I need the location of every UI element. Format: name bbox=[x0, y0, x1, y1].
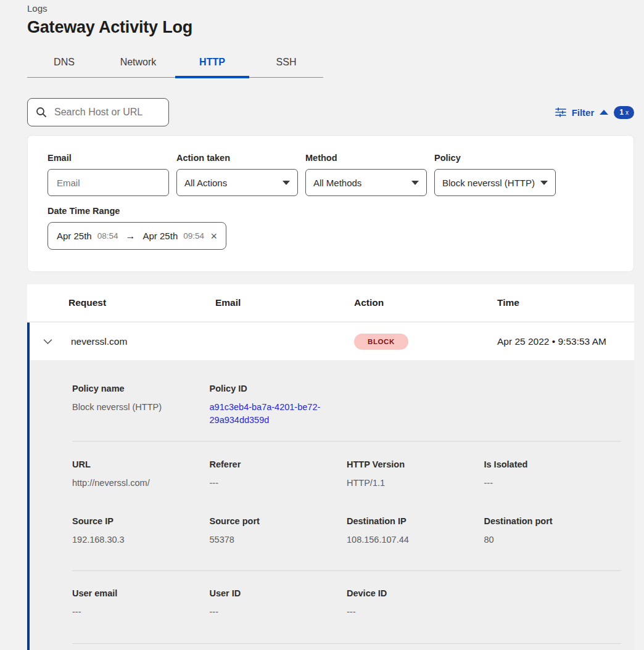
end-time[interactable]: 09:54 bbox=[183, 231, 204, 241]
is-isolated-item: Is Isolated --- bbox=[484, 459, 622, 490]
status-badge: BLOCK bbox=[354, 334, 408, 350]
request-section-row2: Source IP 192.168.30.3 Source port 55378… bbox=[72, 516, 621, 546]
chevron-down-icon bbox=[540, 181, 548, 185]
chevron-down-icon bbox=[43, 339, 52, 345]
column-header-action: Action bbox=[354, 297, 497, 308]
is-isolated-label: Is Isolated bbox=[484, 459, 622, 469]
row-details-panel: Policy name Block neverssl (HTTP) Policy… bbox=[27, 360, 634, 650]
http-version-value: HTTP/1.1 bbox=[347, 477, 484, 490]
destination-ip-item: Destination IP 108.156.107.44 bbox=[347, 516, 484, 546]
destination-port-value: 80 bbox=[484, 533, 622, 546]
chevron-up-icon[interactable] bbox=[600, 110, 608, 115]
search-filter-row: Filter 1x bbox=[27, 98, 634, 126]
tab-network[interactable]: Network bbox=[101, 50, 175, 77]
source-port-label: Source port bbox=[210, 516, 347, 526]
row-expander[interactable] bbox=[43, 339, 68, 345]
policy-id-link[interactable]: a91c3eb4-ba7a-4201-be72-29a934dd359d bbox=[210, 401, 347, 427]
table-row[interactable]: neverssl.com BLOCK Apr 25 2022 • 9:53:53… bbox=[27, 323, 634, 360]
table-header-row: Request Email Action Time bbox=[27, 284, 634, 323]
method-field: Method All Methods bbox=[305, 153, 427, 196]
search-box[interactable] bbox=[27, 98, 169, 126]
method-select[interactable]: All Methods bbox=[305, 169, 427, 196]
action-taken-field: Action taken All Actions bbox=[176, 153, 298, 196]
date-range-clear-icon[interactable]: × bbox=[210, 231, 217, 242]
method-value: All Methods bbox=[313, 178, 361, 188]
source-ip-value: 192.168.30.3 bbox=[72, 533, 210, 546]
filter-clear-x-icon[interactable]: x bbox=[625, 109, 629, 116]
http-version-item: HTTP Version HTTP/1.1 bbox=[347, 459, 484, 490]
start-time[interactable]: 08:54 bbox=[97, 231, 118, 241]
row-time: Apr 25 2022 • 9:53:53 AM bbox=[497, 336, 634, 347]
device-id-label: Device ID bbox=[347, 588, 484, 598]
policy-select[interactable]: Block neverssl (HTTP) bbox=[434, 169, 556, 196]
source-ip-label: Source IP bbox=[72, 516, 210, 526]
filter-count: 1 bbox=[619, 108, 624, 117]
request-section-row1: URL http://neverssl.com/ Referer --- HTT… bbox=[72, 459, 621, 490]
action-taken-label: Action taken bbox=[176, 153, 298, 163]
page-content: Logs Gateway Activity Log DNS Network HT… bbox=[27, 0, 634, 650]
filter-panel: Email Action taken All Actions Method Al… bbox=[27, 135, 634, 272]
source-port-value: 55378 bbox=[210, 533, 347, 546]
search-input[interactable] bbox=[53, 106, 160, 118]
device-id-value: --- bbox=[347, 606, 484, 619]
tab-bar: DNS Network HTTP SSH bbox=[27, 50, 323, 78]
device-id-item: Device ID --- bbox=[347, 588, 484, 619]
is-isolated-value: --- bbox=[484, 477, 622, 490]
chevron-down-icon bbox=[283, 181, 290, 185]
action-taken-select[interactable]: All Actions bbox=[176, 169, 298, 196]
section-divider bbox=[72, 441, 621, 442]
filter-count-badge[interactable]: 1x bbox=[614, 106, 634, 119]
filter-toggle-button[interactable]: Filter bbox=[572, 107, 595, 118]
referer-value: --- bbox=[210, 477, 347, 490]
policy-field: Policy Block neverssl (HTTP) bbox=[434, 153, 556, 196]
destination-port-label: Destination port bbox=[484, 516, 622, 526]
policy-section: Policy name Block neverssl (HTTP) Policy… bbox=[72, 384, 621, 427]
date-range-field: Date Time Range Apr 25th 08:54 → Apr 25t… bbox=[47, 206, 169, 250]
end-date[interactable]: Apr 25th bbox=[143, 231, 178, 241]
row-action: BLOCK bbox=[354, 334, 497, 350]
policy-name-value: Block neverssl (HTTP) bbox=[72, 401, 210, 414]
section-divider bbox=[72, 570, 621, 571]
referer-item: Referer --- bbox=[210, 459, 347, 490]
filter-controls: Filter 1x bbox=[555, 106, 634, 119]
column-header-email: Email bbox=[215, 297, 354, 308]
policy-id-label: Policy ID bbox=[210, 384, 347, 393]
date-range-picker[interactable]: Apr 25th 08:54 → Apr 25th 09:54 × bbox=[47, 222, 226, 250]
policy-name-label: Policy name bbox=[72, 384, 210, 393]
destination-ip-value: 108.156.107.44 bbox=[347, 533, 484, 546]
destination-ip-label: Destination IP bbox=[347, 516, 484, 526]
chevron-down-icon bbox=[411, 181, 419, 185]
filter-icon bbox=[555, 107, 566, 117]
column-header-time: Time bbox=[497, 297, 634, 308]
tab-ssh[interactable]: SSH bbox=[249, 50, 323, 77]
start-date[interactable]: Apr 25th bbox=[57, 231, 92, 241]
tab-dns[interactable]: DNS bbox=[27, 50, 101, 77]
source-port-item: Source port 55378 bbox=[210, 516, 347, 546]
destination-port-item: Destination port 80 bbox=[484, 516, 622, 546]
method-label: Method bbox=[305, 153, 427, 163]
tab-http[interactable]: HTTP bbox=[175, 50, 249, 77]
email-filter-input[interactable] bbox=[56, 177, 161, 189]
user-email-item: User email --- bbox=[72, 588, 210, 619]
user-id-item: User ID --- bbox=[210, 588, 347, 619]
user-email-label: User email bbox=[72, 588, 210, 598]
user-id-label: User ID bbox=[210, 588, 347, 598]
breadcrumb[interactable]: Logs bbox=[27, 0, 634, 14]
email-filter-label: Email bbox=[47, 153, 169, 163]
policy-value: Block neverssl (HTTP) bbox=[442, 178, 535, 188]
policy-label: Policy bbox=[434, 153, 556, 163]
policy-id-item: Policy ID a91c3eb4-ba7a-4201-be72-29a934… bbox=[210, 384, 347, 427]
column-header-request: Request bbox=[68, 297, 215, 308]
user-section: User email --- User ID --- Device ID --- bbox=[72, 588, 621, 619]
section-divider bbox=[72, 643, 621, 644]
action-taken-value: All Actions bbox=[184, 178, 227, 188]
referer-label: Referer bbox=[210, 459, 347, 469]
page-title: Gateway Activity Log bbox=[27, 18, 634, 37]
user-id-value: --- bbox=[210, 606, 347, 619]
http-version-label: HTTP Version bbox=[347, 459, 484, 469]
source-ip-item: Source IP 192.168.30.3 bbox=[72, 516, 210, 546]
search-icon bbox=[36, 107, 47, 118]
date-range-label: Date Time Range bbox=[47, 206, 169, 216]
url-label: URL bbox=[72, 459, 210, 469]
email-filter-field: Email bbox=[47, 153, 169, 196]
